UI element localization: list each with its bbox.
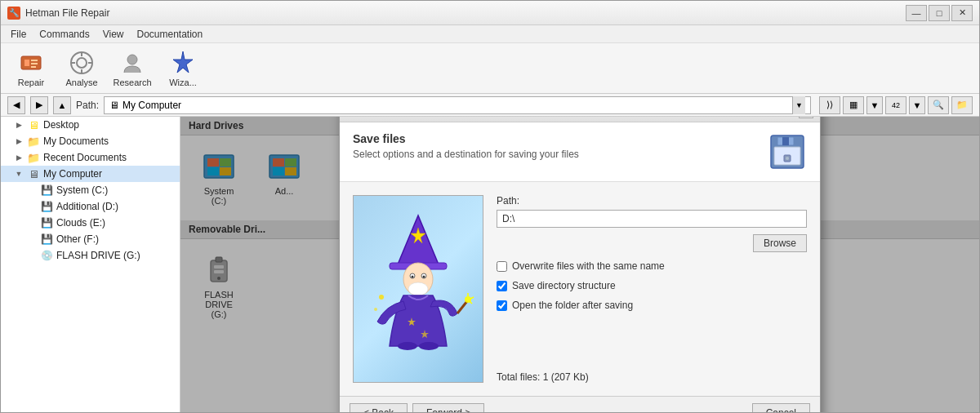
path-box: 🖥 My Computer ▼ <box>104 96 811 114</box>
open-folder-label: Open the folder after saving <box>512 300 633 311</box>
menu-view[interactable]: View <box>96 27 131 42</box>
path-form-row: Path: Browse <box>497 195 807 252</box>
path-input-row <box>497 210 807 228</box>
toolbar-btn-4[interactable]: 42 <box>885 96 906 114</box>
dialog-footer: < Back Forward > Cancel <box>340 396 820 412</box>
toolbar-btn-3[interactable]: ▼ <box>866 96 883 114</box>
other-f-icon: 💾 <box>40 233 53 246</box>
path-value: My Computer <box>122 100 181 111</box>
toolbar-btn-2[interactable]: ▦ <box>843 96 864 114</box>
toolbar-btn-1[interactable]: ⟩⟩ <box>819 96 840 114</box>
system-c-label: System (C:) <box>56 184 108 196</box>
dialog-save-subtitle: Select options and a destination for sav… <box>353 149 579 160</box>
dialog-form: Path: Browse Overwrite files wi <box>497 195 807 383</box>
cancel-button[interactable]: Cancel <box>752 403 810 412</box>
svg-point-6 <box>77 58 87 68</box>
overwrite-checkbox[interactable] <box>497 261 507 272</box>
toggle-other-f <box>27 234 37 244</box>
svg-line-47 <box>470 301 472 304</box>
repair-button[interactable]: Repair <box>7 47 55 91</box>
my-documents-icon: 📁 <box>27 135 40 148</box>
forward-button[interactable]: Forward > <box>412 403 484 412</box>
sidebar-item-my-documents[interactable]: ▶ 📁 My Documents <box>1 133 180 149</box>
right-panel: Hard Drives System (C:) <box>180 117 979 412</box>
wizard-image <box>353 195 483 383</box>
path-computer-icon: 🖥 <box>109 100 119 111</box>
overwrite-checkbox-row: Overwrite files with the same name <box>497 260 807 272</box>
dialog-save-title: Save files <box>353 132 579 145</box>
main-content: ▶ 🖥 Desktop ▶ 📁 My Documents ▶ 📁 Recent … <box>1 117 979 412</box>
my-documents-label: My Documents <box>43 135 109 147</box>
flash-g-icon: 💿 <box>40 249 53 262</box>
sidebar-item-clouds-e[interactable]: 💾 Clouds (E:) <box>1 215 180 231</box>
toggle-desktop: ▶ <box>14 120 24 130</box>
toolbar: Repair Analyse R <box>1 43 979 94</box>
sidebar-item-my-computer[interactable]: ▼ 🖥 My Computer <box>1 166 180 182</box>
path-form-label: Path: <box>497 195 807 206</box>
menu-commands[interactable]: Commands <box>33 27 96 42</box>
dialog-header-text: Save files Select options and a destinat… <box>353 132 579 160</box>
sidebar-item-flash-drive-g[interactable]: 💿 FLASH DRIVE (G:) <box>1 247 180 264</box>
toggle-my-documents: ▶ <box>14 136 24 146</box>
toggle-system-c <box>27 185 37 195</box>
address-bar: ◀ ▶ ▲ Path: 🖥 My Computer ▼ ⟩⟩ ▦ ▼ 42 ▼ … <box>1 94 979 117</box>
save-dir-checkbox[interactable] <box>497 281 507 291</box>
additional-d-label: Additional (D:) <box>56 201 118 212</box>
flash-g-label: FLASH DRIVE (G:) <box>56 250 140 261</box>
toggle-my-computer: ▼ <box>14 169 24 179</box>
maximize-button[interactable]: □ <box>929 5 950 21</box>
svg-rect-1 <box>24 60 29 66</box>
analyse-icon <box>69 50 95 76</box>
browse-button[interactable]: Browse <box>753 234 807 252</box>
sidebar: ▶ 🖥 Desktop ▶ 📁 My Documents ▶ 📁 Recent … <box>1 117 180 412</box>
research-label: Research <box>113 78 151 87</box>
toolbar-btn-5[interactable]: ▼ <box>909 96 925 114</box>
svg-point-49 <box>374 308 377 311</box>
svg-point-33 <box>786 157 789 160</box>
window-title: Hetman File Repair <box>25 7 109 19</box>
title-controls: — □ ✕ <box>906 5 973 21</box>
menu-bar: File Commands View Documentation <box>1 25 979 43</box>
close-button[interactable]: ✕ <box>951 5 973 21</box>
sidebar-item-other-f[interactable]: 💾 Other (F:) <box>1 231 180 247</box>
back-button[interactable]: ◀ <box>7 96 25 114</box>
sidebar-item-system-c[interactable]: 💾 System (C:) <box>1 182 180 198</box>
path-dropdown-button[interactable]: ▼ <box>792 96 805 114</box>
sidebar-item-desktop[interactable]: ▶ 🖥 Desktop <box>1 117 180 133</box>
path-input[interactable] <box>497 210 807 228</box>
open-folder-checkbox-row: Open the folder after saving <box>497 300 807 311</box>
analyse-label: Analyse <box>65 78 97 87</box>
sidebar-item-additional-d[interactable]: 💾 Additional (D:) <box>1 198 180 215</box>
svg-point-51 <box>419 342 439 350</box>
dialog-close-button[interactable]: ✕ <box>799 117 813 118</box>
sidebar-item-recent-documents[interactable]: ▶ 📁 Recent Documents <box>1 149 180 166</box>
save-dir-checkbox-row: Save directory structure <box>497 280 807 291</box>
clouds-e-label: Clouds (E:) <box>56 217 105 229</box>
toggle-flash-g <box>27 251 37 260</box>
analyse-button[interactable]: Analyse <box>58 47 105 91</box>
toolbar-btn-7[interactable]: 📁 <box>951 96 973 114</box>
wizard-icon <box>170 50 196 76</box>
back-button[interactable]: < Back <box>350 403 408 412</box>
svg-line-46 <box>470 297 474 299</box>
modal-overlay: Recovery Wizard ✕ Save files Select opti… <box>180 117 979 412</box>
research-button[interactable]: Research <box>109 47 156 91</box>
open-folder-checkbox[interactable] <box>497 300 507 311</box>
wizard-button[interactable]: Wiza... <box>159 47 207 91</box>
menu-documentation[interactable]: Documentation <box>131 27 210 42</box>
forward-button[interactable]: ▶ <box>30 96 48 114</box>
svg-point-41 <box>423 276 425 278</box>
toolbar-btn-6[interactable]: 🔍 <box>928 96 949 114</box>
up-button[interactable]: ▲ <box>53 96 71 114</box>
recovery-wizard-dialog: Recovery Wizard ✕ Save files Select opti… <box>339 117 821 412</box>
desktop-icon: 🖥 <box>27 118 40 131</box>
minimize-button[interactable]: — <box>906 5 927 21</box>
title-bar-left: 🔧 Hetman File Repair <box>7 7 109 20</box>
menu-file[interactable]: File <box>4 27 33 42</box>
svg-rect-4 <box>31 66 36 68</box>
svg-rect-3 <box>31 63 38 64</box>
app-icon: 🔧 <box>7 7 20 20</box>
svg-line-43 <box>457 301 467 313</box>
desktop-label: Desktop <box>43 119 79 131</box>
toggle-clouds-e <box>27 218 37 228</box>
